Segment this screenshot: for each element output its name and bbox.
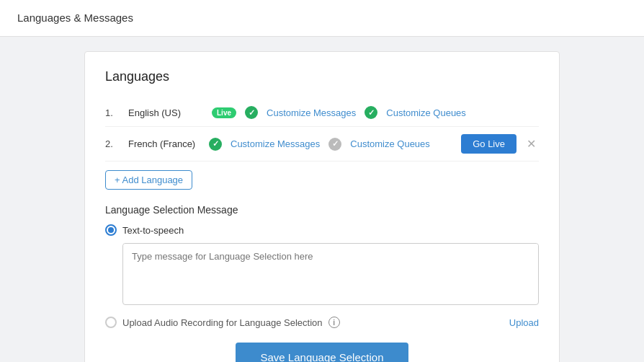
upload-audio-row: Upload Audio Recording for Language Sele… (105, 317, 539, 328)
upload-audio-label: Upload Audio Recording for Language Sele… (122, 317, 323, 328)
language-row-english: 1. English (US) Live Customize Messages … (105, 99, 539, 127)
page-header: Languages & Messages (0, 0, 644, 37)
lang-num-1: 1. (105, 107, 120, 118)
live-badge-english: Live (212, 107, 236, 118)
check-queues-icon-french (328, 138, 341, 151)
card-title: Languages (105, 69, 539, 84)
upload-link[interactable]: Upload (509, 317, 539, 328)
check-queues-icon-english (365, 106, 377, 119)
tts-radio-button[interactable] (105, 224, 117, 236)
customize-messages-link-french[interactable]: Customize Messages (231, 138, 320, 149)
lang-num-2: 2. (105, 138, 120, 149)
check-messages-icon-french (209, 138, 222, 151)
lang-name-english: English (US) (128, 107, 200, 118)
save-language-selection-button[interactable]: Save Language Selection (236, 343, 408, 362)
tts-label: Text-to-speech (122, 225, 184, 236)
message-textarea-container (122, 243, 539, 305)
go-live-button-french[interactable]: Go Live (461, 134, 516, 154)
customize-queues-link-english[interactable]: Customize Queues (386, 107, 466, 118)
page-title: Languages & Messages (17, 12, 133, 24)
page-body: Languages 1. English (US) Live Customize… (0, 37, 644, 362)
language-row-french: 2. French (France) Customize Messages Cu… (105, 127, 539, 162)
languages-card: Languages 1. English (US) Live Customize… (84, 51, 560, 362)
upload-radio-button[interactable] (105, 317, 117, 328)
french-actions: Go Live ✕ (461, 134, 539, 154)
message-textarea[interactable] (123, 244, 538, 301)
add-language-button[interactable]: + Add Language (105, 170, 192, 190)
info-icon: i (328, 317, 340, 328)
customize-queues-link-french[interactable]: Customize Queues (350, 138, 430, 149)
check-messages-icon-english (245, 106, 258, 119)
lang-name-french: French (France) (128, 138, 200, 149)
close-french-button[interactable]: ✕ (524, 137, 539, 151)
tts-radio-row[interactable]: Text-to-speech (105, 224, 539, 236)
customize-messages-link-english[interactable]: Customize Messages (267, 107, 356, 118)
tts-radio-filled (108, 227, 114, 233)
language-selection-section-title: Language Selection Message (105, 204, 539, 216)
